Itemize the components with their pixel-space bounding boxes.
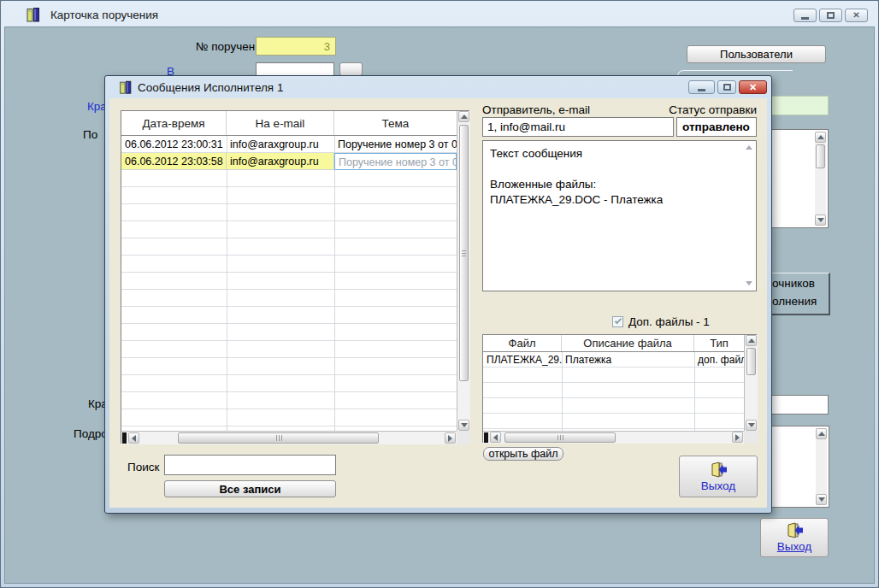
maximize-button[interactable]	[819, 9, 842, 22]
files-table-header: Файл Описание файла Тип	[483, 335, 744, 352]
scroll-right-button[interactable]	[732, 432, 743, 443]
splitter-handle[interactable]	[122, 432, 127, 444]
scroll-down-button[interactable]	[816, 494, 827, 505]
dialog-controls: ✕	[688, 80, 767, 94]
cell-datetime[interactable]: 06.06.2012 23:00:31	[121, 136, 227, 153]
cell-email[interactable]: info@araxgroup.ru	[227, 153, 334, 170]
thumb-grip	[276, 435, 282, 441]
column-header-datetime[interactable]: Дата-время	[121, 111, 227, 135]
table-row[interactable]: 06.06.2012 23:00:31 info@araxgroup.ru По…	[121, 136, 457, 153]
clipped-input[interactable]	[256, 62, 334, 76]
left-arrow-icon	[132, 435, 136, 442]
scroll-thumb[interactable]	[816, 144, 825, 168]
up-arrow-icon	[817, 135, 824, 139]
users-button[interactable]: Пользователи	[687, 45, 826, 63]
table-row-selected[interactable]: 06.06.2012 23:03:58 info@araxgroup.ru По…	[121, 153, 457, 170]
scroll-down-button[interactable]	[815, 215, 826, 226]
scroll-up-button[interactable]	[816, 428, 827, 439]
scrollbar-corner	[744, 431, 758, 444]
scroll-left-button[interactable]	[490, 432, 501, 443]
messages-table-body: 06.06.2012 23:00:31 info@araxgroup.ru По…	[121, 136, 457, 431]
dialog-minimize-button[interactable]	[688, 80, 715, 94]
splitter-handle[interactable]	[484, 432, 488, 443]
clipped-label-po: По	[83, 128, 97, 141]
right-bottom-scrollbar[interactable]	[816, 428, 827, 505]
cell-file[interactable]: ПЛАТЕЖКА_29.DO	[483, 352, 562, 368]
cell-subject-editing[interactable]: Поручение номер 3 от 02.06	[334, 153, 457, 170]
minimize-button[interactable]	[793, 9, 817, 22]
main-titlebar[interactable]: Карточка поручения ✕	[1, 1, 878, 26]
scroll-up-button[interactable]	[746, 335, 757, 346]
down-arrow-icon[interactable]	[746, 281, 752, 285]
cell-type[interactable]: доп. файл	[694, 352, 744, 368]
cell-datetime[interactable]: 06.06.2012 23:03:58	[121, 153, 227, 170]
scroll-thumb[interactable]	[504, 432, 616, 443]
cell-description[interactable]: Платежка	[562, 352, 694, 368]
status-field: отправлено	[676, 117, 757, 137]
dialog-close-button[interactable]: ✕	[739, 80, 767, 94]
column-header-file[interactable]: Файл	[483, 335, 562, 351]
extra-files-checkbox-label: Доп. файлы - 1	[628, 315, 710, 328]
cell-subject[interactable]: Поручение номер 3 от 02.06	[334, 136, 457, 153]
scroll-thumb[interactable]	[746, 348, 756, 375]
sender-field[interactable]	[482, 117, 674, 137]
dialog-exit-label: Выход	[701, 479, 735, 492]
scroll-down-button[interactable]	[746, 420, 757, 431]
left-arrow-icon	[493, 434, 498, 441]
thumb-grip	[462, 250, 466, 256]
column-header-type[interactable]: Тип	[694, 335, 744, 351]
maximize-icon	[827, 12, 835, 19]
up-arrow-icon[interactable]	[746, 145, 752, 150]
messages-dialog: Сообщения Исполнителя 1 ✕ Дата-время На …	[104, 75, 772, 514]
messages-vscrollbar[interactable]	[457, 111, 470, 431]
dialog-titlebar[interactable]: Сообщения Исполнителя 1 ✕	[105, 76, 771, 98]
column-header-email[interactable]: На e-mail	[227, 111, 334, 135]
up-arrow-icon	[748, 338, 755, 343]
scroll-thumb[interactable]	[459, 125, 469, 381]
extra-files-checkbox[interactable]	[612, 316, 623, 327]
screen: Карточка поручения ✕ № поручения 3 В Пол…	[0, 0, 879, 588]
close-button[interactable]: ✕	[845, 9, 868, 22]
users-button-label: Пользователи	[720, 48, 793, 61]
clipped-mini-button[interactable]	[339, 62, 363, 76]
message-text-area[interactable]: Текст сообщения Вложенные файлы: ПЛАТЕЖК…	[482, 140, 757, 291]
table-row[interactable]: ПЛАТЕЖКА_29.DO Платежка доп. файл	[483, 352, 744, 368]
files-hscrollbar[interactable]	[483, 431, 744, 444]
dialog-exit-button[interactable]: Выход	[679, 456, 758, 497]
all-records-button[interactable]: Все записи	[164, 480, 336, 497]
all-records-label: Все записи	[219, 483, 280, 496]
scroll-down-button[interactable]	[458, 420, 469, 431]
close-icon: ✕	[749, 83, 757, 92]
scroll-up-button[interactable]	[458, 111, 469, 122]
search-input[interactable]	[164, 455, 336, 475]
sender-label: Отправитель, e-mail	[482, 103, 590, 116]
down-arrow-icon	[461, 423, 468, 427]
scroll-up-button[interactable]	[815, 132, 826, 143]
exit-door-icon	[709, 462, 728, 478]
column-header-subject[interactable]: Тема	[334, 111, 457, 135]
right-arrow-icon	[735, 434, 740, 441]
up-arrow-icon	[818, 432, 825, 436]
messages-hscrollbar[interactable]	[121, 431, 457, 444]
dialog-content: Дата-время На e-mail Тема 06.06.2012 23:…	[109, 98, 767, 508]
main-window-title: Карточка поручения	[50, 9, 158, 21]
clipped-label-podro: Подро	[74, 427, 108, 440]
main-exit-button[interactable]: Выход	[760, 518, 829, 557]
scroll-thumb[interactable]	[178, 432, 379, 444]
open-file-label: открыть файл	[488, 448, 557, 460]
messages-table-header: Дата-время На e-mail Тема	[121, 111, 457, 136]
scroll-right-button[interactable]	[445, 432, 456, 444]
cell-email[interactable]: info@araxgroup.ru	[227, 136, 334, 153]
messages-table: Дата-время На e-mail Тема 06.06.2012 23:…	[121, 110, 469, 444]
main-window-controls: ✕	[793, 9, 868, 22]
dialog-books-icon	[118, 79, 133, 95]
dialog-maximize-button[interactable]	[717, 80, 736, 94]
files-vscrollbar[interactable]	[744, 335, 758, 431]
down-arrow-icon	[817, 218, 824, 222]
scroll-left-button[interactable]	[128, 432, 139, 444]
app-books-icon	[25, 6, 42, 23]
column-header-description[interactable]: Описание файла	[562, 335, 694, 351]
right-top-scrollbar[interactable]	[815, 132, 826, 226]
order-number-field[interactable]: 3	[256, 37, 336, 56]
open-file-button[interactable]: открыть файл	[483, 447, 563, 461]
